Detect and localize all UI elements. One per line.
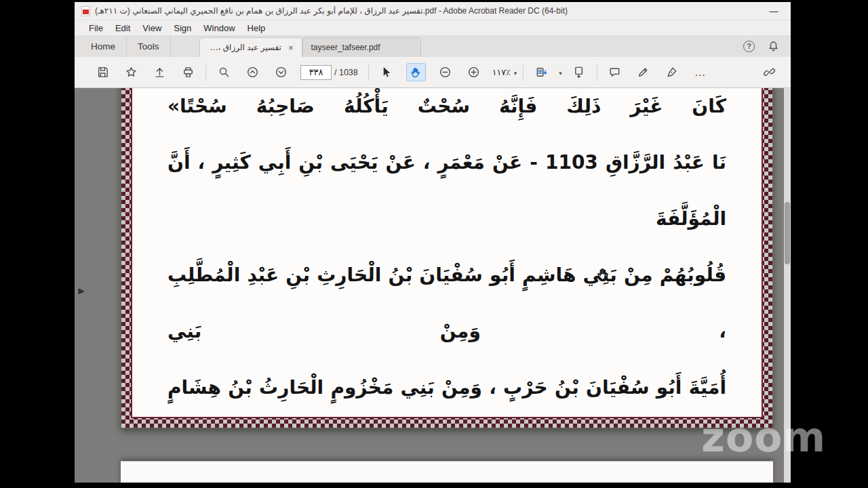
page-ornamental-border: كَانَ غَيْرَ ذَلِكَ فَإِنَّهُ سُحْتٌ يَأ… [121, 88, 772, 428]
menu-view[interactable]: View [136, 20, 167, 35]
zoom-watermark: zoom [701, 413, 826, 461]
zoom-in-icon[interactable] [467, 66, 480, 79]
chevron-down-icon[interactable]: ▾ [514, 70, 517, 77]
arabic-text-line: كَانَ غَيْرَ ذَلِكَ فَإِنَّهُ سُحْتٌ يَأ… [167, 88, 726, 134]
zoom-out-icon[interactable] [439, 66, 452, 79]
page-number-input[interactable] [300, 65, 332, 80]
document-viewer[interactable]: كَانَ غَيْرَ ذَلِكَ فَإِنَّهُ سُحْتٌ يَأ… [75, 88, 791, 483]
page-content: كَانَ غَيْرَ ذَلِكَ فَإِنَّهُ سُحْتٌ يَأ… [131, 88, 763, 418]
print-icon[interactable] [182, 66, 195, 79]
toolbar-separator [368, 64, 369, 81]
select-tool-icon[interactable] [380, 66, 393, 79]
hand-tool-icon[interactable] [410, 66, 422, 79]
page-fit-icon[interactable] [535, 66, 548, 79]
pdf-page-next-edge[interactable] [121, 461, 773, 483]
window-titlebar: تفسير عبد الرزاق ، للإمام أبو بكر عبد ال… [75, 2, 791, 20]
tab-document-label: tayseer_tafseer.pdf [311, 43, 380, 52]
zoom-level-value[interactable]: ١١٧٪ [492, 67, 511, 77]
tab-tools[interactable]: Tools [127, 35, 171, 57]
arabic-text-line: قُلُوبُهُمْ مِنْ بَنِي هَاشِمٍ أَبُو سُف… [167, 247, 726, 359]
page-total-label: / 1038 [334, 68, 358, 77]
comment-icon[interactable] [608, 66, 621, 79]
tab-document-tafsir[interactable]: تفسير عبد الرزاق ، ل... × [199, 37, 302, 57]
next-page-icon[interactable] [275, 66, 288, 79]
arabic-text-line: نَا عَبْدُ الرَّزَّاقِ 1103 - عَنْ مَعْم… [167, 134, 726, 247]
menu-help[interactable]: Help [241, 20, 272, 35]
hand-tool-active-highlight[interactable] [406, 63, 426, 81]
pdf-page-338[interactable]: كَانَ غَيْرَ ذَلِكَ فَإِنَّهُ سُحْتٌ يَأ… [121, 88, 773, 428]
link-icon[interactable] [763, 66, 776, 79]
previous-page-icon[interactable] [246, 66, 259, 79]
toolbar-separator [205, 64, 206, 81]
pdf-file-icon [81, 6, 90, 16]
tab-document-tayseer[interactable]: tayseer_tafseer.pdf [302, 37, 421, 57]
toolbar-separator [597, 64, 597, 81]
menu-bar: File Edit View Sign Window Help [75, 20, 791, 35]
hand-cursor-icon [595, 266, 612, 282]
tab-bar: Home Tools تفسير عبد الرزاق ، ل... × tay… [75, 35, 791, 57]
menu-file[interactable]: File [83, 20, 109, 35]
bell-icon[interactable] [767, 40, 780, 53]
chevron-down-icon[interactable]: ▾ [559, 70, 562, 77]
menu-sign[interactable]: Sign [167, 20, 197, 35]
close-icon[interactable]: × [288, 43, 294, 52]
arabic-text-line: أُمَيَّةَ أَبُو سُفْيَانَ بْنُ حَرْبٍ ، … [167, 359, 726, 418]
highlight-icon[interactable] [637, 66, 650, 79]
menu-edit[interactable]: Edit [109, 20, 136, 35]
menu-window[interactable]: Window [197, 20, 241, 35]
more-tools-icon[interactable]: … [694, 69, 707, 76]
acrobat-window: تفسير عبد الرزاق ، للإمام أبو بكر عبد ال… [75, 2, 791, 483]
window-title: تفسير عبد الرزاق ، للإمام أبو بكر عبد ال… [95, 6, 568, 16]
scroll-mode-icon[interactable] [572, 66, 585, 79]
navigation-pane-expand-icon[interactable]: ▶ [76, 282, 87, 300]
tab-document-label: تفسير عبد الرزاق ، ل... [208, 43, 281, 52]
search-icon[interactable] [218, 66, 231, 79]
tab-home[interactable]: Home [80, 35, 127, 57]
minimize-button[interactable]: — [764, 6, 784, 16]
sign-icon[interactable] [665, 66, 678, 79]
scrollbar-thumb[interactable] [785, 202, 790, 264]
toolbar-separator [523, 64, 524, 81]
save-icon[interactable] [96, 66, 109, 79]
help-icon[interactable]: ? [743, 41, 755, 52]
share-icon[interactable] [153, 66, 166, 79]
star-icon[interactable] [125, 66, 138, 79]
toolbar: / 1038 ١١٧٪ ▾ ▾ … [75, 57, 791, 88]
